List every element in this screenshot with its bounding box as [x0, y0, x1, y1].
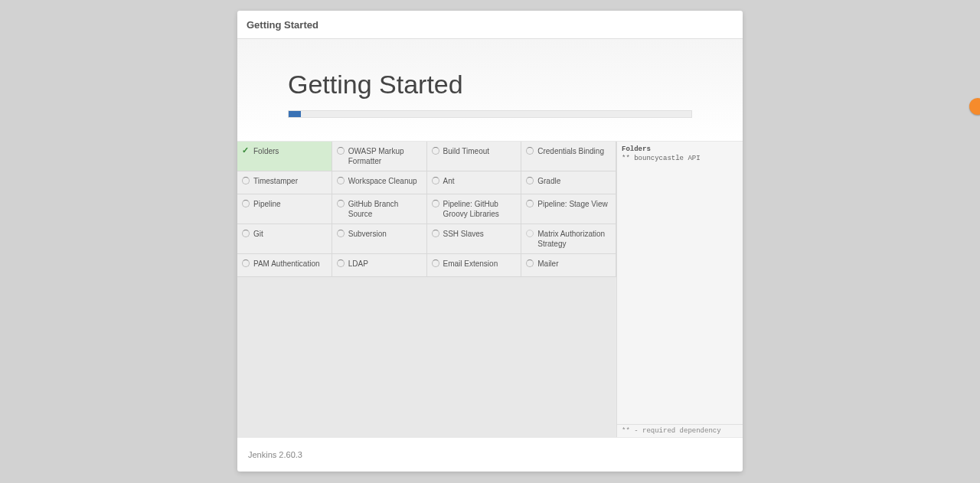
spinner-icon	[242, 259, 250, 267]
hero-heading: Getting Started	[288, 70, 692, 100]
setup-dialog: Getting Started Getting Started FoldersO…	[237, 11, 743, 472]
plugin-label: Timestamper	[253, 176, 298, 186]
plugin-label: PAM Authentication	[253, 259, 320, 269]
version-label: Jenkins 2.60.3	[248, 450, 302, 459]
spinner-icon	[337, 259, 345, 267]
plugin-cell: Subversion	[332, 224, 427, 254]
plugin-row: PipelineGitHub Branch SourcePipeline: Gi…	[237, 194, 616, 224]
plugin-cell: Mailer	[521, 254, 616, 277]
spinner-icon	[432, 259, 439, 267]
spinner-icon	[526, 177, 534, 184]
install-log-panel: Folders ** bouncycastle API ** - require…	[616, 142, 743, 437]
dialog-footer: Jenkins 2.60.3	[237, 438, 743, 472]
plugin-label: GitHub Branch Source	[348, 199, 422, 219]
plugin-row: GitSubversionSSH SlavesMatrix Authorizat…	[237, 224, 616, 254]
plugin-blank-area	[237, 277, 616, 437]
plugin-cell: Gradle	[521, 171, 616, 194]
pending-icon	[526, 230, 534, 237]
hero-section: Getting Started	[237, 39, 743, 142]
spinner-icon	[337, 230, 345, 237]
spinner-icon	[337, 200, 345, 207]
content-area: FoldersOWASP Markup FormatterBuild Timeo…	[237, 142, 743, 438]
plugin-cell: Email Extension	[427, 254, 522, 277]
spinner-icon	[337, 177, 345, 184]
plugin-cell: SSH Slaves	[427, 224, 522, 254]
spinner-icon	[242, 200, 250, 207]
log-line: ** bouncycastle API	[622, 155, 701, 162]
plugin-cell: Workspace Cleanup	[332, 171, 427, 194]
plugin-label: Folders	[253, 146, 279, 156]
plugin-cell: Git	[237, 224, 332, 254]
spinner-icon	[432, 200, 439, 207]
plugin-label: Subversion	[348, 229, 387, 239]
spinner-icon	[432, 230, 439, 237]
spinner-icon	[432, 177, 439, 184]
plugin-cell: Pipeline: GitHub Groovy Libraries	[427, 194, 522, 224]
spinner-icon	[242, 177, 250, 184]
plugin-grid: FoldersOWASP Markup FormatterBuild Timeo…	[237, 142, 616, 437]
log-current-plugin: Folders	[622, 145, 651, 153]
plugin-label: Pipeline	[253, 199, 281, 209]
check-icon	[242, 147, 250, 155]
progress-fill	[289, 111, 301, 117]
install-log-footer: ** - required dependency	[617, 424, 743, 437]
plugin-label: OWASP Markup Formatter	[348, 146, 422, 166]
plugin-label: Mailer	[537, 259, 558, 269]
plugin-row: TimestamperWorkspace CleanupAntGradle	[237, 171, 616, 194]
spinner-icon	[337, 147, 345, 155]
plugin-row: FoldersOWASP Markup FormatterBuild Timeo…	[237, 142, 616, 171]
plugin-label: Pipeline: Stage View	[537, 199, 608, 209]
plugin-label: Email Extension	[443, 259, 498, 269]
spinner-icon	[526, 200, 534, 207]
plugin-label: Credentials Binding	[537, 146, 604, 156]
plugin-cell: Matrix Authorization Strategy	[521, 224, 616, 254]
plugin-label: Gradle	[537, 176, 560, 186]
dialog-title: Getting Started	[247, 19, 318, 31]
plugin-cell: Timestamper	[237, 171, 332, 194]
plugin-row: PAM AuthenticationLDAPEmail ExtensionMai…	[237, 254, 616, 277]
plugin-cell: GitHub Branch Source	[332, 194, 427, 224]
plugin-cell: PAM Authentication	[237, 254, 332, 277]
spinner-icon	[432, 147, 439, 155]
plugin-label: Matrix Authorization Strategy	[537, 229, 611, 249]
plugin-cell: Pipeline: Stage View	[521, 194, 616, 224]
plugin-label: Ant	[443, 176, 455, 186]
plugin-label: Git	[253, 229, 263, 239]
progress-bar	[288, 110, 692, 118]
plugin-label: SSH Slaves	[443, 229, 484, 239]
plugin-cell: Credentials Binding	[521, 142, 616, 171]
overlay-badge-icon[interactable]	[969, 98, 980, 115]
plugin-cell: Ant	[427, 171, 522, 194]
dialog-header: Getting Started	[237, 11, 743, 39]
spinner-icon	[526, 147, 534, 155]
plugin-label: LDAP	[348, 259, 368, 269]
spinner-icon	[242, 230, 250, 237]
plugin-cell: OWASP Markup Formatter	[332, 142, 427, 171]
plugin-cell: Build Timeout	[427, 142, 522, 171]
plugin-label: Pipeline: GitHub Groovy Libraries	[443, 199, 517, 219]
plugin-label: Build Timeout	[443, 146, 490, 156]
plugin-cell: Folders	[237, 142, 332, 171]
plugin-cell: Pipeline	[237, 194, 332, 224]
plugin-cell: LDAP	[332, 254, 427, 277]
plugin-label: Workspace Cleanup	[348, 176, 417, 186]
spinner-icon	[526, 259, 534, 267]
install-log-body: Folders ** bouncycastle API	[617, 142, 743, 424]
